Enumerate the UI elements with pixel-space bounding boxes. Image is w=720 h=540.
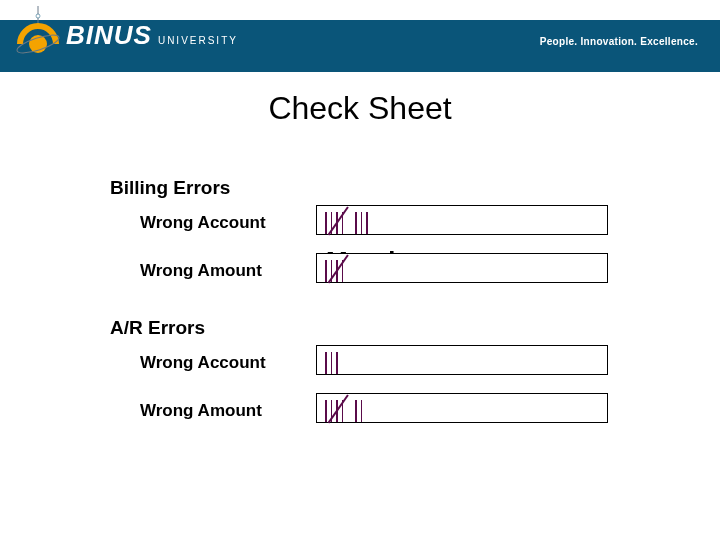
brand-name-light: UNIVERSITY (158, 35, 238, 46)
tally-cell (316, 345, 608, 375)
tally-container (317, 254, 607, 282)
tally-mark (361, 212, 363, 234)
tally-mark (325, 352, 327, 374)
tally-group (355, 398, 362, 422)
tally-mark (336, 352, 338, 374)
row-label: Wrong Amount (140, 401, 316, 423)
brand-logo: BINUS UNIVERSITY (14, 4, 238, 66)
tally-row: Wrong Amount (110, 253, 660, 283)
check-sheet-content: Billing ErrorsWrong AccountWrong AmountA… (110, 177, 660, 423)
tally-group (325, 258, 343, 282)
row-label: Wrong Amount (140, 261, 316, 283)
tally-mark (331, 352, 333, 374)
tally-container (317, 346, 607, 374)
tally-mark (355, 400, 357, 422)
tally-cell (316, 393, 608, 423)
tally-cell (316, 253, 608, 283)
tally-mark (366, 212, 368, 234)
tally-container (317, 394, 607, 422)
svg-point-1 (36, 14, 40, 18)
tally-mark (325, 260, 327, 282)
category-heading: Billing Errors (110, 177, 660, 199)
tally-group (355, 210, 368, 234)
slide-body: Check Sheet Monday Billing ErrorsWrong A… (0, 90, 720, 423)
tally-row: Wrong Account (110, 205, 660, 235)
tally-mark (361, 400, 363, 422)
logo-mark (14, 4, 62, 66)
tally-mark (355, 212, 357, 234)
brand-name-bold: BINUS (66, 20, 152, 51)
tally-cell (316, 205, 608, 235)
tally-group (325, 350, 338, 374)
slide-title: Check Sheet (0, 90, 720, 127)
tally-container (317, 206, 607, 234)
tally-row: Wrong Amount (110, 393, 660, 423)
tally-mark (325, 400, 327, 422)
tally-row: Wrong Account (110, 345, 660, 375)
tally-mark (325, 212, 327, 234)
category-heading: A/R Errors (110, 317, 660, 339)
row-label: Wrong Account (140, 213, 316, 235)
brand-text: BINUS UNIVERSITY (66, 20, 238, 51)
row-label: Wrong Account (140, 353, 316, 375)
brand-tagline: People. Innovation. Excellence. (540, 36, 698, 47)
tally-group (325, 398, 343, 422)
tally-group (325, 210, 343, 234)
slide-header: BINUS UNIVERSITY People. Innovation. Exc… (0, 0, 720, 72)
